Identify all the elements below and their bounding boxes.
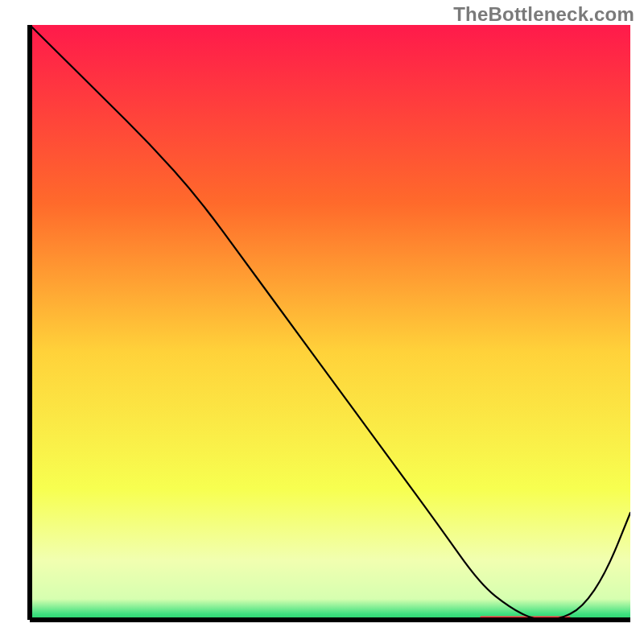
chart-container: TheBottleneck.com xyxy=(0,0,644,644)
watermark-label: TheBottleneck.com xyxy=(453,3,634,26)
bottleneck-chart xyxy=(0,0,644,644)
